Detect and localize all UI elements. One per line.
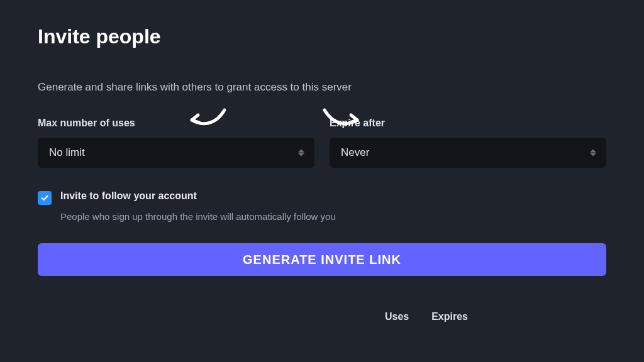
invite-dialog: Invite people Generate and share links w… [0,0,644,322]
expire-after-value: Never [341,146,369,159]
invites-table-header: Uses Expires [38,311,606,322]
chevron-updown-icon [590,150,596,156]
page-description: Generate and share links with others to … [38,81,606,94]
max-uses-label: Max number of uses [38,118,314,129]
checkmark-icon [40,194,49,202]
expire-after-group: Expire after Never [330,118,606,168]
follow-checkbox-description: People who sign up through the invite wi… [60,211,606,222]
max-uses-value: No limit [49,146,85,159]
max-uses-select[interactable]: No limit [38,138,314,168]
table-header-expires: Expires [431,311,468,322]
follow-checkbox-label: Invite to follow your account [60,190,197,202]
expire-after-label: Expire after [330,118,606,129]
expire-after-select[interactable]: Never [330,138,606,168]
follow-checkbox-row: Invite to follow your account [38,190,606,205]
max-uses-group: Max number of uses No limit [38,118,314,168]
form-row: Max number of uses No limit Expire after… [38,118,606,168]
follow-checkbox[interactable] [38,191,52,205]
generate-invite-button[interactable]: GENERATE INVITE LINK [38,243,606,276]
chevron-updown-icon [298,150,304,156]
table-header-uses: Uses [385,311,409,322]
page-title: Invite people [38,25,606,48]
